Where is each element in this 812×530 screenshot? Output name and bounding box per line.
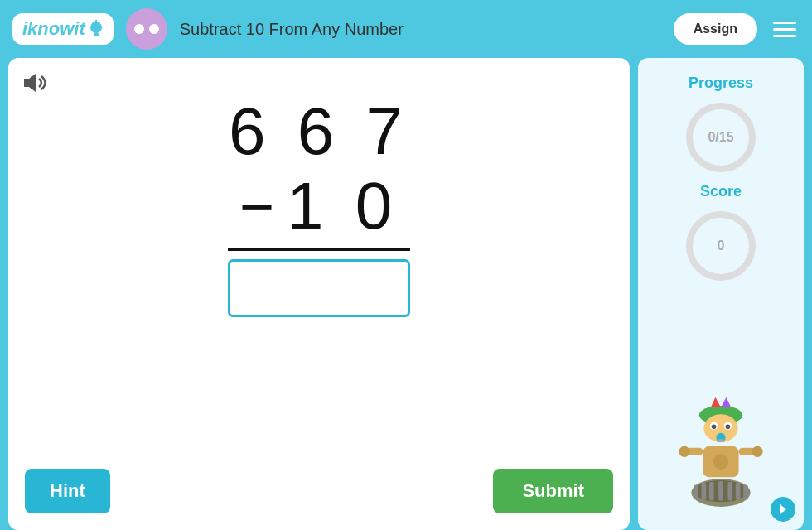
svg-point-0: [90, 22, 102, 33]
hint-button[interactable]: Hint: [25, 469, 110, 513]
menu-line: [773, 35, 796, 37]
score-value: 0: [718, 238, 725, 253]
svg-rect-28: [727, 482, 732, 501]
svg-point-12: [712, 425, 717, 430]
minuend: 6 6 7: [229, 95, 409, 168]
svg-marker-7: [721, 398, 731, 407]
svg-marker-3: [24, 74, 36, 92]
svg-point-13: [726, 425, 731, 430]
lesson-icon: [126, 8, 167, 50]
svg-point-17: [713, 454, 729, 470]
svg-rect-24: [694, 485, 698, 499]
svg-rect-27: [718, 481, 723, 500]
header: iknowit Subtract 10 From Any Number Assi…: [0, 0, 812, 58]
progress-panel: Progress 0/15 Score 0: [638, 58, 804, 530]
svg-point-19: [679, 446, 689, 457]
minus-sign: −: [239, 172, 274, 240]
menu-button[interactable]: [770, 18, 800, 41]
assign-button[interactable]: Assign: [674, 13, 757, 45]
answer-input[interactable]: [228, 259, 410, 317]
svg-rect-30: [743, 485, 748, 499]
svg-rect-15: [717, 439, 724, 442]
logo: iknowit: [12, 13, 114, 45]
svg-rect-29: [736, 483, 741, 500]
score-ring: 0: [684, 209, 758, 283]
exercise-panel: 6 6 7 − 1 0 Hint Submit: [8, 58, 630, 530]
svg-rect-25: [702, 483, 707, 500]
svg-marker-8: [711, 398, 721, 407]
next-arrow-icon: [776, 503, 790, 516]
subtrahend: 1 0: [287, 168, 399, 244]
score-label: Score: [700, 183, 742, 200]
dot-icon: [149, 24, 159, 34]
main-content: 6 6 7 − 1 0 Hint Submit Progress 0/15 Sc…: [8, 58, 804, 530]
next-arrow-button[interactable]: [771, 497, 795, 522]
progress-label: Progress: [689, 75, 753, 92]
svg-rect-1: [94, 33, 99, 36]
sound-button[interactable]: [21, 70, 51, 98]
svg-point-21: [752, 446, 763, 457]
svg-rect-26: [709, 482, 714, 501]
logo-text: iknowit: [22, 18, 85, 40]
math-area: 6 6 7 − 1 0: [21, 70, 617, 460]
progress-value: 0/15: [708, 130, 733, 145]
dot-icon: [134, 24, 144, 34]
submit-button[interactable]: Submit: [493, 469, 613, 513]
answer-line: [228, 248, 410, 251]
menu-line: [773, 28, 796, 31]
logo-bulb-icon: [89, 20, 104, 38]
menu-line: [773, 22, 796, 24]
subtraction-row: − 1 0: [239, 168, 399, 244]
robot-character: [667, 292, 775, 522]
svg-marker-31: [780, 504, 786, 514]
progress-ring: 0/15: [684, 100, 758, 175]
robot-svg: [667, 393, 775, 518]
bottom-buttons: Hint Submit: [21, 460, 617, 518]
sound-icon: [21, 70, 51, 95]
lesson-title: Subtract 10 From Any Number: [180, 20, 661, 39]
